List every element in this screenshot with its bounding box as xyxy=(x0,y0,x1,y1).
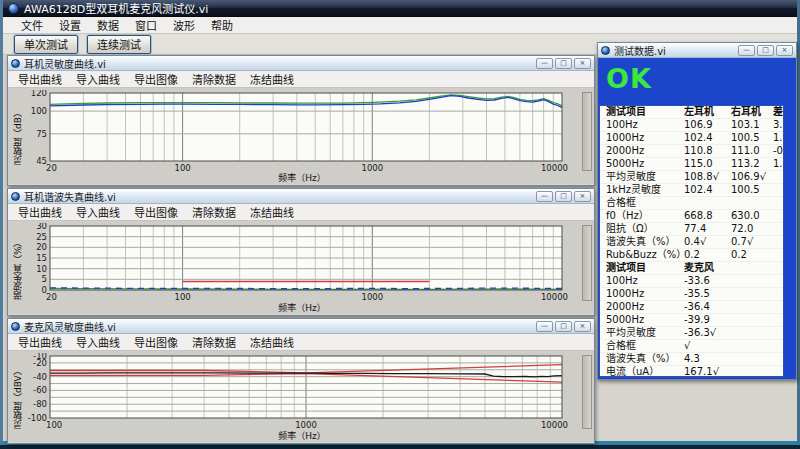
menu-item[interactable]: 导出曲线 xyxy=(11,333,69,351)
svg-text:100: 100 xyxy=(46,420,62,430)
vi-icon xyxy=(11,59,20,68)
single-test-button[interactable]: 单次测试 xyxy=(14,35,78,54)
table-cell xyxy=(773,301,783,313)
main-menubar: 文件设置数据窗口波形帮助 xyxy=(3,17,797,34)
table-cell: 668.8 xyxy=(684,210,731,222)
svg-text:100: 100 xyxy=(174,163,190,173)
headphone-sensitivity-chart: 120100754520100100010000 xyxy=(24,90,572,173)
main-window: AWA6128D型双耳机麦克风测试仪.vi 文件设置数据窗口波形帮助 单次测试 … xyxy=(0,0,800,445)
x-axis-label: 频率（Hz） xyxy=(24,173,580,184)
menu-item[interactable]: 文件 xyxy=(13,16,51,34)
table-cell: 1kHz灵敏度 xyxy=(606,184,684,196)
table-cell: 106.9 xyxy=(684,119,731,131)
table-cell: -39.9 xyxy=(684,314,731,326)
panel-test-data-titlebar[interactable]: 测试数据.vi — □ × xyxy=(598,43,796,58)
table-cell xyxy=(731,327,773,339)
maximize-icon[interactable]: □ xyxy=(555,58,572,69)
svg-text:10000: 10000 xyxy=(541,163,568,173)
panel-headphone-sensitivity-titlebar[interactable]: 耳机灵敏度曲线.vi — □ × xyxy=(8,56,594,71)
table-cell: f0（Hz） xyxy=(606,210,684,222)
close-icon[interactable]: × xyxy=(574,191,591,202)
menu-item[interactable]: 冻结曲线 xyxy=(243,203,301,221)
menu-item[interactable]: 清除数据 xyxy=(185,333,243,351)
minimize-icon[interactable]: — xyxy=(536,58,553,69)
table-cell: 106.9√ xyxy=(731,171,773,183)
close-icon[interactable]: × xyxy=(776,45,793,56)
table-cell xyxy=(731,340,773,352)
menu-item[interactable]: 导入曲线 xyxy=(69,203,127,221)
menu-item[interactable]: 导入曲线 xyxy=(69,333,127,351)
panel-title: 耳机灵敏度曲线.vi xyxy=(24,56,106,71)
table-cell xyxy=(773,366,783,377)
table-cell: 108.8√ xyxy=(684,171,731,183)
panel-menu: 导出曲线导入曲线导出图像清除数据冻结曲线 xyxy=(8,334,594,351)
maximize-icon[interactable]: □ xyxy=(555,191,572,202)
chart-area: 灵敏度（dB） 120100754520100100010000 频率（Hz） xyxy=(8,88,594,184)
table-row: 5000Hz115.0113.21.8 xyxy=(600,158,783,171)
svg-text:-60: -60 xyxy=(33,385,47,395)
menu-item[interactable]: 导出曲线 xyxy=(11,203,69,221)
chart-scrollbar[interactable] xyxy=(582,355,592,429)
close-icon[interactable]: × xyxy=(574,58,591,69)
table-cell xyxy=(773,262,783,274)
table-row: 平均灵敏度-36.3√ xyxy=(600,327,783,340)
x-axis-label: 频率（Hz） xyxy=(24,303,580,314)
minimize-icon[interactable]: — xyxy=(536,321,553,332)
menu-item[interactable]: 导出曲线 xyxy=(11,70,69,88)
menu-item[interactable]: 冻结曲线 xyxy=(243,70,301,88)
main-titlebar[interactable]: AWA6128D型双耳机麦克风测试仪.vi xyxy=(3,0,797,17)
panel-headphone-distortion-titlebar[interactable]: 耳机谐波失真曲线.vi — □ × xyxy=(8,189,594,204)
menu-item[interactable]: 导出图像 xyxy=(127,70,185,88)
table-cell: -36.4 xyxy=(684,301,731,313)
table-row: 测试项目左耳机右耳机差值 xyxy=(600,106,783,119)
mic-sensitivity-chart: -10-20-40-60-80-100100100010000 xyxy=(24,353,572,431)
table-cell: -36.3√ xyxy=(684,327,731,339)
menu-item[interactable]: 导出图像 xyxy=(127,333,185,351)
menu-item[interactable]: 数据 xyxy=(89,16,127,34)
menu-item[interactable]: 清除数据 xyxy=(185,203,243,221)
y-axis-label: 谐波失真（%） xyxy=(11,223,24,314)
table-row: 2000Hz-36.4 xyxy=(600,301,783,314)
panel-title: 麦克风灵敏度曲线.vi xyxy=(24,319,116,334)
table-cell: 5000Hz xyxy=(606,158,684,170)
menu-item[interactable]: 波形 xyxy=(165,16,203,34)
table-cell: 谐波失真（%） xyxy=(606,353,684,365)
table-cell xyxy=(773,171,783,183)
table-cell: 100Hz xyxy=(606,275,684,287)
close-icon[interactable]: × xyxy=(574,321,591,332)
table-cell: 102.4 xyxy=(684,184,731,196)
svg-text:10000: 10000 xyxy=(541,292,568,302)
table-row: 测试项目麦克风 xyxy=(600,262,783,275)
panel-mic-sensitivity: 麦克风灵敏度曲线.vi — □ × 导出曲线导入曲线导出图像清除数据冻结曲线 灵… xyxy=(7,318,595,444)
chart-scrollbar[interactable] xyxy=(582,225,592,301)
table-cell xyxy=(773,314,783,326)
svg-text:-100: -100 xyxy=(28,413,47,423)
headphone-distortion-chart: 30252015105020100100010000 xyxy=(24,223,572,303)
minimize-icon[interactable]: — xyxy=(738,45,755,56)
chart-scrollbar[interactable] xyxy=(582,92,592,171)
table-cell: 72.0 xyxy=(731,223,773,235)
svg-text:15: 15 xyxy=(36,253,47,263)
maximize-icon[interactable]: □ xyxy=(555,321,572,332)
table-cell: 100.5 xyxy=(731,132,773,144)
menu-item[interactable]: 导入曲线 xyxy=(69,70,127,88)
table-row: 2000Hz110.8111.0-0.2 xyxy=(600,145,783,158)
table-cell: 2000Hz xyxy=(606,301,684,313)
menu-item[interactable]: 导出图像 xyxy=(127,203,185,221)
continuous-test-button[interactable]: 连续测试 xyxy=(87,35,151,54)
table-cell xyxy=(684,197,731,209)
panel-menu: 导出曲线导入曲线导出图像清除数据冻结曲线 xyxy=(8,204,594,221)
menu-item[interactable]: 清除数据 xyxy=(185,70,243,88)
table-cell xyxy=(731,301,773,313)
panel-mic-sensitivity-titlebar[interactable]: 麦克风灵敏度曲线.vi — □ × xyxy=(8,319,594,334)
menu-item[interactable]: 设置 xyxy=(51,16,89,34)
maximize-icon[interactable]: □ xyxy=(757,45,774,56)
minimize-icon[interactable]: — xyxy=(536,191,553,202)
table-cell: 阻抗（Ω） xyxy=(606,223,684,235)
table-cell: 0.2 xyxy=(731,249,773,261)
menu-item[interactable]: 帮助 xyxy=(203,16,241,34)
menu-item[interactable]: 窗口 xyxy=(127,16,165,34)
table-cell: 115.0 xyxy=(684,158,731,170)
svg-text:100: 100 xyxy=(174,292,190,302)
menu-item[interactable]: 冻结曲线 xyxy=(243,333,301,351)
